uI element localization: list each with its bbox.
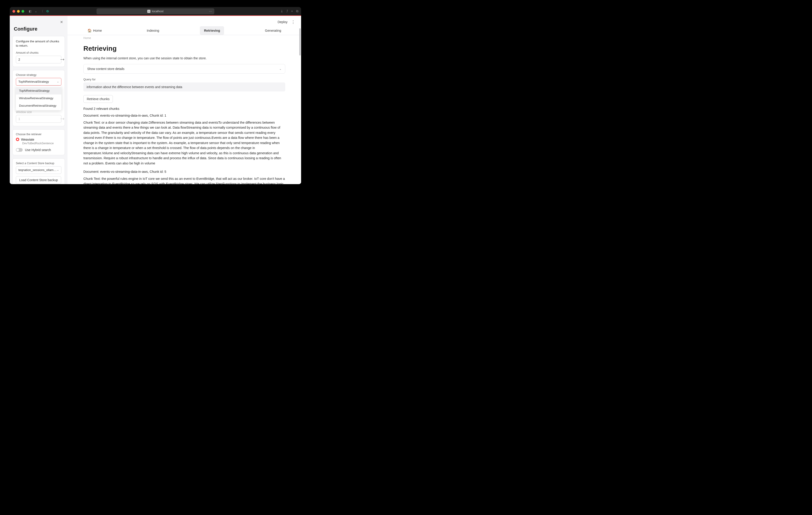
results-count: Found 2 relevant chunks	[83, 107, 285, 111]
tab-retrieving-label: Retrieving	[204, 29, 220, 32]
tab-retrieving[interactable]: Retrieving	[200, 26, 224, 35]
tab-home[interactable]: 🏠 Home	[83, 26, 106, 35]
content-store-expander[interactable]: Show content store details ⌄	[83, 64, 285, 73]
chunks-input[interactable]	[16, 58, 60, 61]
menu-kebab-icon[interactable]: ⋮	[291, 20, 295, 25]
backup-card: Select a Content Store backup teqnation_…	[12, 158, 65, 184]
close-sidebar-icon[interactable]: ✕	[60, 20, 63, 24]
app: ✕ Configure Configure the amount of chun…	[10, 16, 301, 184]
new-tab-icon[interactable]: +	[291, 9, 293, 13]
close-window-button[interactable]	[12, 10, 15, 13]
titlebar-left-icons: ◧ ⌄ 〈 G	[29, 9, 49, 13]
tabs-icon[interactable]: ⧉	[296, 9, 298, 13]
tab-generating[interactable]: Generating	[261, 26, 285, 35]
maximize-window-button[interactable]	[22, 10, 24, 13]
radio-selected-icon	[16, 138, 19, 141]
breadcrumb[interactable]: Home	[67, 35, 301, 40]
titlebar-right-icons: ⤓ ⤴ + ⧉	[281, 9, 298, 13]
page: Retrieving When using the internal conte…	[67, 44, 301, 184]
url-more-icon[interactable]: ⋯	[209, 9, 212, 13]
chunks-card: Configure the amount of chunks to return…	[12, 36, 65, 67]
scrollbar[interactable]	[299, 28, 301, 56]
chunks-decrement[interactable]: −	[60, 58, 62, 62]
chunk-text-2: Chunk Text: the powerful rules engine in…	[83, 176, 285, 184]
window-size-input	[16, 117, 60, 121]
hybrid-toggle-label: Use Hybrid search	[25, 148, 51, 152]
chunks-stepper: − +	[16, 56, 61, 63]
backup-select[interactable]: teqnation_sessions_ollam… ⌄	[16, 166, 61, 174]
retriever-radio-row[interactable]: Weaviate	[16, 138, 61, 141]
titlebar: ◧ ⌄ 〈 G ☺ localhost ⋯ ⤓ ⤴ + ⧉	[10, 7, 301, 16]
strategy-option-window[interactable]: WindowRetrievalStrategy	[16, 94, 61, 102]
strategy-card: Choose strategy TopNRetrievalStrategy ⌄ …	[12, 70, 65, 126]
retriever-card: Choose the retriever Weaviate DevToBedRo…	[12, 129, 65, 155]
tab-home-label: Home	[93, 29, 102, 32]
url-bar[interactable]: ☺ localhost ⋯	[96, 8, 214, 14]
share-icon[interactable]: ⤴	[286, 9, 288, 13]
hybrid-toggle-row: Use Hybrid search	[16, 148, 61, 152]
topbar: Deploy ⋮	[67, 16, 301, 26]
site-icon: ☺	[147, 10, 150, 13]
retriever-sub: DevToBedRockSentence	[22, 142, 61, 145]
strategy-dropdown: TopNRetrievalStrategy WindowRetrievalStr…	[16, 86, 61, 110]
deploy-button[interactable]: Deploy	[278, 20, 288, 24]
backup-value: teqnation_sessions_ollam…	[18, 168, 57, 172]
sidebar-title: Configure	[10, 16, 67, 36]
home-icon: 🏠	[87, 29, 92, 33]
minimize-window-button[interactable]	[17, 10, 20, 13]
strategy-option-document[interactable]: DocumentRetrievalStrategy	[16, 102, 61, 110]
strategy-label: Choose strategy	[16, 73, 61, 77]
downloads-icon[interactable]: ⤓	[281, 9, 283, 13]
tabs: 🏠 Home Indexing Retrieving Generating	[67, 26, 301, 35]
chevron-down-icon: ⌄	[57, 169, 59, 172]
chevron-down-icon: ⌄	[279, 67, 281, 70]
strategy-value: TopNRetrievalStrategy	[18, 80, 49, 83]
query-label: Query for	[83, 78, 285, 81]
query-input[interactable]: information about the difference between…	[83, 83, 285, 91]
retrieve-button[interactable]: Retrieve chunks	[83, 95, 113, 103]
chunks-desc: Configure the amount of chunks to return…	[16, 39, 61, 48]
browser-window: ◧ ⌄ 〈 G ☺ localhost ⋯ ⤓ ⤴ + ⧉ ✕ Configur…	[10, 7, 301, 184]
chunks-label: Amount of chunks	[16, 51, 61, 54]
chevron-down-icon[interactable]: ⌄	[35, 9, 37, 13]
retriever-option-weaviate: Weaviate	[21, 138, 34, 141]
url-text: localhost	[152, 9, 163, 13]
window-size-stepper: − +	[16, 115, 61, 123]
hybrid-toggle[interactable]	[16, 148, 23, 152]
backup-label: Select a Content Store backup	[16, 162, 61, 165]
strategy-select-wrap: TopNRetrievalStrategy ⌄ TopNRetrievalStr…	[16, 78, 61, 86]
load-backup-button[interactable]: Load Content Store backup	[16, 176, 61, 184]
window-decrement: −	[60, 117, 62, 121]
doc-header-2: Document: events-vs-streaming-data-in-aw…	[83, 170, 285, 174]
retriever-label: Choose the retriever	[16, 133, 61, 136]
grammarly-icon[interactable]: G	[47, 9, 49, 13]
chunks-increment[interactable]: +	[62, 58, 64, 62]
tab-indexing[interactable]: Indexing	[143, 26, 163, 35]
page-desc: When using the internal content store, y…	[83, 56, 285, 60]
expander-label: Show content store details	[87, 67, 124, 71]
back-icon[interactable]: 〈	[40, 9, 43, 13]
tab-generating-label: Generating	[265, 29, 281, 32]
traffic-lights	[12, 10, 24, 13]
doc-header-1: Document: events-vs-streaming-data-in-aw…	[83, 114, 285, 117]
window-size-label: Window size	[16, 111, 61, 114]
sidebar: ✕ Configure Configure the amount of chun…	[10, 16, 67, 184]
chunk-text-1: Chunk Text: or a door sensor changing st…	[83, 120, 285, 166]
main: Deploy ⋮ 🏠 Home Indexing Retrieving Gene…	[67, 16, 301, 184]
strategy-option-topn[interactable]: TopNRetrievalStrategy	[16, 87, 61, 94]
chevron-down-icon: ⌄	[57, 80, 59, 83]
page-title: Retrieving	[83, 44, 285, 52]
tab-indexing-label: Indexing	[147, 29, 159, 32]
strategy-select[interactable]: TopNRetrievalStrategy ⌄	[16, 78, 61, 86]
sidebar-toggle-icon[interactable]: ◧	[29, 9, 31, 13]
window-increment: +	[62, 117, 64, 121]
